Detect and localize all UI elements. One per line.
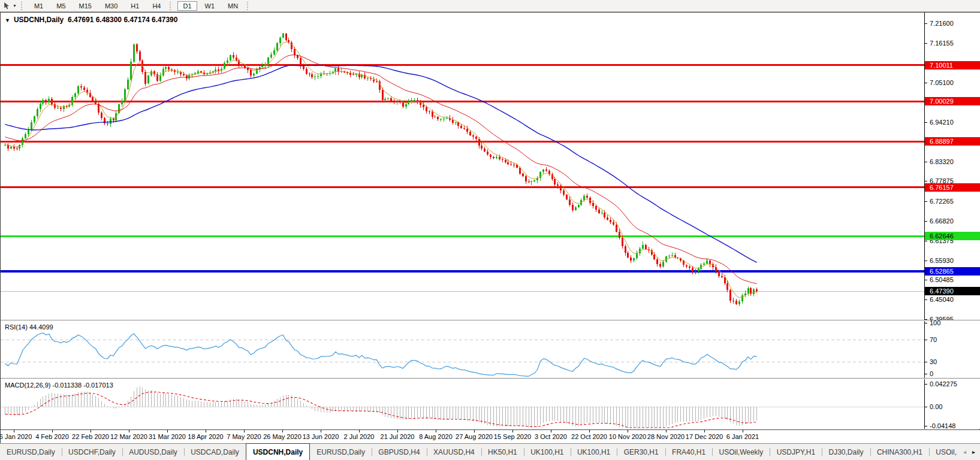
trading-terminal: ▼ M1M5M15M30H1H4D1W1MN ▼USDCNH,Daily 6.4… [0,0,980,460]
candlestick-series [4,33,758,306]
rsi-label: RSI(14) 44.4099 [5,323,53,331]
timeframe-button-m15[interactable]: M15 [74,1,97,11]
date-tick-mark [589,430,590,432]
axis-tick-mark [925,280,927,280]
tab-scroll-left-icon[interactable]: ◂ [963,449,966,455]
toolbar-grip [170,2,174,10]
tab-uk100-h1[interactable]: UK100,H1 [571,444,617,460]
tab-china300-h1[interactable]: CHINA300,H1 [870,444,929,460]
tab-scroll-right-icon[interactable]: ▸ [972,449,975,455]
price-axis[interactable]: 7.21600 7.16155 7.05100 6.94210 6.83320 … [924,13,980,320]
timeframe-button-m5[interactable]: M5 [51,1,71,11]
tab-hk50-h1[interactable]: HK50,H1 [481,444,524,460]
macd-histogram [5,386,757,428]
date-label: 17 Dec 2020 [686,433,723,440]
level-price-badge: 7.10011 [925,61,980,69]
timeframe-button-h4[interactable]: H4 [147,1,166,11]
candlestick-chart[interactable] [1,13,924,320]
tab-usdcad-daily[interactable]: USDCAD,Daily [184,444,246,460]
macd-chart[interactable] [1,379,924,429]
ma-slow-blue[interactable] [5,65,757,262]
timeframe-button-m1[interactable]: M1 [29,1,49,11]
timeframe-button-d1[interactable]: D1 [177,1,197,11]
date-tick-mark [397,430,398,432]
rsi-axis[interactable]: 100 70 30 0 [924,321,980,378]
tab-usdjpy-h1[interactable]: USDJPY,H1 [770,444,822,460]
date-label: 18 Apr 2020 [188,433,223,440]
axis-tick-mark [925,122,927,123]
level-price-badge: 7.00029 [925,97,980,105]
tab-ger30-h1[interactable]: GER30,H1 [617,444,665,460]
cursor-tool-button[interactable]: ▼ [1,1,19,10]
date-label: 10 Nov 2020 [609,433,646,440]
axis-tick-mark [925,426,927,426]
date-label: 22 Feb 2020 [72,433,109,440]
date-tick-mark [704,430,705,432]
tab-uk100-h1[interactable]: UK100,H1 [524,444,570,460]
tab-usoil[interactable]: USOil, [929,444,963,460]
date-tick-mark [474,430,475,432]
axis-tick-mark [925,362,927,362]
date-label: 3 Oct 2020 [535,433,567,440]
tab-fra40-h1[interactable]: FRA40,H1 [665,444,712,460]
axis-tick-mark [925,340,927,340]
price-tick-label: 6.66820 [930,217,954,225]
axis-tick-mark [925,261,927,261]
axis-tick-mark [925,83,927,83]
tab-usoil-weekly[interactable]: USOil,Weekly [712,444,770,460]
tab-usdchf-daily[interactable]: USDCHF,Daily [62,444,122,460]
axis-tick-mark [925,323,927,323]
rsi-pane[interactable]: RSI(14) 44.4099 [1,321,924,378]
tab-usdcnh-daily[interactable]: USDCNH,Daily [246,443,310,460]
date-label: 15 Sep 2020 [494,433,531,440]
timeframe-button-mn[interactable]: MN [222,1,243,11]
date-label: 12 Mar 2020 [110,433,147,440]
axis-tick-mark [925,241,927,241]
date-tick-mark [628,430,628,432]
date-label: 4 Feb 2020 [35,433,69,440]
price-chart-pane[interactable]: ▼USDCNH,Daily 6.47691 6.48300 6.47174 6.… [1,13,924,320]
macd-axis[interactable]: 0.042275 0.00 -0.04148 [924,379,980,429]
tab-audusd-daily[interactable]: AUDUSD,Daily [122,444,184,460]
timeframe-button-m30[interactable]: M30 [99,1,123,11]
ma-fast-gold[interactable] [5,42,757,298]
timeframe-button-h1[interactable]: H1 [125,1,144,11]
price-tick-label: 6.94210 [930,119,954,126]
chart-title: ▼USDCNH,Daily 6.47691 6.48300 6.47174 6.… [5,16,177,24]
date-tick-mark [282,430,283,432]
date-tick-mark [91,430,91,432]
tab-gbpusd-h4[interactable]: GBPUSD,H4 [372,444,426,460]
rsi-chart[interactable] [1,321,924,378]
macd-pane[interactable]: MACD(12,26,9) -0.011338 -0.017013 [1,379,924,429]
axis-tick-mark [925,43,927,44]
tab-eurusd-daily[interactable]: EURUSD,Daily [0,444,62,460]
level-price-badge: 6.52865 [925,267,980,276]
macd-tick-label: -0.04148 [930,422,955,429]
date-tick-mark [129,430,129,432]
date-axis[interactable]: 16 Jan 2020 4 Feb 2020 22 Feb 2020 12 Ma… [1,429,980,443]
timeframe-button-w1[interactable]: W1 [200,1,221,11]
date-label: 28 Nov 2020 [647,433,685,440]
collapse-triangle-icon[interactable]: ▼ [5,17,10,23]
current-price-badge: 6.47390 [925,287,980,295]
tab-dj30-daily[interactable]: DJ30,Daily [822,444,870,460]
level-price-badge: 6.76157 [925,183,980,192]
date-tick-mark [167,430,168,432]
axis-tick-mark [925,201,927,202]
price-tick-label: 7.16155 [930,40,954,47]
level-price-badge: 6.88897 [925,137,980,146]
price-tick-label: 7.05100 [930,79,954,86]
date-label: 26 May 2020 [263,433,301,440]
price-tick-label: 6.50485 [930,276,954,283]
macd-signal-line [5,392,757,428]
price-tick-label: 6.72265 [930,198,954,205]
date-label: 16 Jan 2020 [0,433,32,440]
rsi-tick-label: 30 [930,358,937,365]
date-label: 31 Mar 2020 [149,433,186,440]
axis-tick-mark [925,299,927,300]
tab-eurusd-daily[interactable]: EURUSD,Daily [310,444,372,460]
chart-symbol-period: USDCNH,Daily [14,16,64,24]
level-price-badge: 6.62646 [925,232,980,240]
price-tick-label: 6.83320 [930,158,954,165]
tab-xauusd-h4[interactable]: XAUUSD,H4 [427,444,481,460]
